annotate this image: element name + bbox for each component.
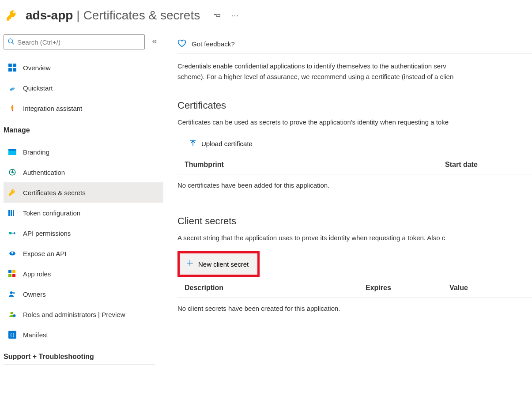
sidebar-item-label: Owners (23, 291, 46, 298)
expose-api-icon (8, 249, 17, 258)
sidebar-item-quickstart[interactable]: Quickstart (4, 78, 163, 98)
sidebar-item-expose-api[interactable]: Expose an API (4, 243, 163, 264)
sidebar-item-label: Manifest (23, 331, 48, 339)
sidebar-item-label: API permissions (23, 230, 71, 237)
svg-rect-7 (8, 149, 16, 151)
svg-rect-5 (13, 68, 16, 72)
col-description: Description (185, 284, 366, 292)
svg-point-15 (11, 252, 14, 254)
heart-icon (177, 39, 186, 49)
sidebar-item-branding[interactable]: Branding (4, 142, 163, 162)
rocket-icon (8, 104, 17, 113)
sidebar-item-overview[interactable]: Overview (4, 57, 163, 78)
key-icon (4, 8, 19, 23)
svg-point-0 (8, 39, 12, 43)
secrets-table-header: Description Expires Value (177, 284, 532, 298)
upload-certificate-label: Upload certificate (201, 140, 253, 147)
collapse-sidebar-button[interactable] (151, 38, 158, 46)
intro-text: Credentials enable confidential applicat… (177, 61, 532, 82)
svg-point-23 (13, 314, 16, 317)
svg-rect-12 (13, 210, 14, 216)
sidebar-item-manifest[interactable]: {} Manifest (4, 325, 163, 345)
sidebar-item-label: Branding (23, 148, 49, 156)
sidebar-item-label: Expose an API (23, 250, 66, 257)
col-expires: Expires (366, 284, 449, 292)
sidebar-item-api-permissions[interactable]: API permissions (4, 223, 163, 243)
svg-rect-10 (8, 210, 10, 216)
sidebar-item-label: Certificates & secrets (23, 189, 86, 196)
overview-icon (8, 63, 17, 72)
quickstart-icon (8, 83, 17, 92)
sidebar-item-roles-admins[interactable]: Roles and administrators | Preview (4, 304, 163, 325)
branding-icon (8, 147, 17, 156)
plus-icon (186, 259, 194, 269)
svg-point-22 (11, 312, 13, 314)
sidebar-item-label: Overview (23, 64, 51, 72)
sidebar-item-integration-assistant[interactable]: Integration assistant (4, 98, 163, 118)
auth-icon (8, 168, 17, 177)
key-icon (8, 188, 17, 197)
sidebar-item-app-roles[interactable]: App roles (4, 264, 163, 284)
sidebar-item-label: App roles (23, 270, 51, 278)
svg-rect-4 (8, 68, 12, 72)
secrets-desc: A secret string that the application use… (177, 234, 532, 242)
certificates-empty: No certificates have been added for this… (177, 181, 532, 189)
svg-point-13 (9, 232, 12, 234)
sidebar-section-manage: Manage (4, 118, 155, 138)
search-icon (8, 38, 15, 46)
sidebar-item-authentication[interactable]: Authentication (4, 162, 163, 182)
svg-point-21 (13, 292, 15, 294)
pin-icon[interactable] (213, 11, 221, 19)
owners-icon (8, 290, 17, 298)
sidebar-item-token-configuration[interactable]: Token configuration (4, 203, 163, 223)
manifest-icon: {} (8, 330, 17, 339)
certificates-desc: Certificates can be used as secrets to p… (177, 118, 532, 126)
secrets-title: Client secrets (177, 215, 532, 227)
token-icon (8, 208, 17, 217)
secrets-empty: No client secrets have been created for … (177, 305, 532, 312)
upload-certificate-button[interactable]: Upload certificate (183, 136, 259, 152)
svg-line-1 (12, 42, 14, 44)
svg-text:{}: {} (10, 332, 15, 337)
col-thumbprint: Thumbprint (185, 161, 445, 169)
feedback-button[interactable]: Got feedback? (177, 34, 532, 54)
upload-icon (189, 139, 197, 148)
more-icon[interactable]: ⋯ (231, 11, 240, 20)
new-client-secret-highlight: New client secret (177, 251, 260, 277)
app-name: ads-app (26, 8, 73, 23)
sidebar-item-certificates-secrets[interactable]: Certificates & secrets (4, 182, 163, 203)
svg-point-20 (10, 291, 13, 294)
title-separator: | (73, 8, 83, 23)
svg-rect-16 (8, 270, 11, 273)
col-start-date: Start date (445, 161, 524, 169)
svg-rect-2 (8, 64, 12, 67)
feedback-label: Got feedback? (192, 40, 235, 48)
app-roles-icon (8, 269, 17, 278)
certificates-table-header: Thumbprint Start date (177, 161, 532, 174)
sidebar: Overview Quickstart Integration assistan… (0, 34, 163, 368)
svg-rect-11 (11, 210, 12, 216)
api-perm-icon (8, 229, 17, 238)
page-title: Certificates & secrets (83, 8, 200, 23)
sidebar-section-support: Support + Troubleshooting (4, 345, 155, 365)
svg-rect-19 (12, 274, 15, 277)
new-client-secret-button[interactable]: New client secret (180, 254, 255, 274)
svg-point-9 (11, 171, 14, 174)
roles-icon (8, 310, 17, 319)
certificates-title: Certificates (177, 100, 532, 111)
svg-rect-3 (13, 64, 16, 67)
new-client-secret-label: New client secret (198, 260, 249, 268)
search-input[interactable] (17, 38, 141, 46)
sidebar-item-label: Quickstart (23, 84, 53, 92)
sidebar-item-label: Integration assistant (23, 105, 82, 112)
page-header: ads-app | Certificates & secrets ⋯ (0, 0, 532, 34)
svg-rect-18 (8, 274, 11, 277)
search-input-wrapper[interactable] (4, 34, 145, 49)
sidebar-item-owners[interactable]: Owners (4, 284, 163, 304)
col-value: Value (449, 284, 520, 292)
sidebar-item-label: Token configuration (23, 209, 80, 217)
main-content: Got feedback? Credentials enable confide… (163, 34, 532, 368)
sidebar-item-label: Roles and administrators | Preview (23, 311, 125, 318)
svg-rect-17 (12, 270, 15, 273)
sidebar-item-label: Authentication (23, 169, 65, 176)
